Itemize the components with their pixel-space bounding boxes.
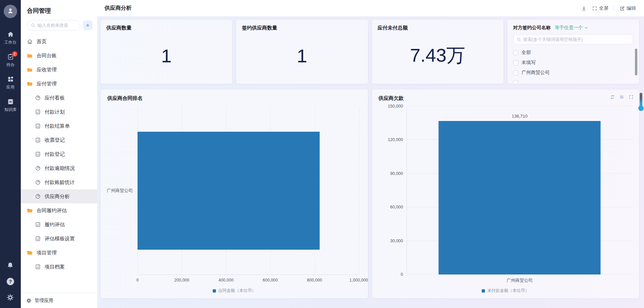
filter-search-box[interactable]	[513, 34, 633, 45]
filter-search-input[interactable]	[523, 37, 630, 42]
sidebar-item-payment-register[interactable]: 付款登记	[21, 147, 97, 161]
contract-ranking-plot: 0200,000400,000600,000800,0001,000,000广州…	[138, 107, 359, 275]
gear-icon[interactable]	[7, 294, 14, 301]
sidebar-item-invoice-receipt[interactable]: 收票登记	[21, 133, 97, 147]
fullscreen-button[interactable]: 全屏	[592, 5, 608, 11]
edit-icon	[620, 6, 625, 11]
checkbox-icon	[513, 80, 518, 84]
x-axis-tick-label: 800,000	[307, 278, 322, 283]
pie-icon	[35, 179, 41, 185]
scrollbar-knob[interactable]	[638, 106, 644, 111]
sidebar-item-performance-eval[interactable]: 履约评估	[21, 218, 97, 232]
y-axis-tick-label: 90,000	[390, 171, 403, 176]
folder-open-icon	[27, 81, 33, 87]
page-scrollbar[interactable]	[639, 93, 643, 112]
rail-item-workbench[interactable]: 工作台	[4, 31, 16, 45]
sidebar-item-label: 合同台账	[37, 53, 57, 59]
refresh-icon[interactable]	[610, 95, 615, 100]
sidebar-item-label: 评估模板设置	[45, 236, 75, 242]
sidebar-item-payable-board[interactable]: 应付看板	[21, 91, 97, 105]
manage-app-button[interactable]: 管理应用	[21, 293, 97, 308]
app-title: 合同管理	[21, 0, 97, 20]
sidebar-item-payment-plan[interactable]: 付款计划	[21, 105, 97, 119]
sidebar-item-contract-ledger[interactable]: 合同台账	[21, 49, 97, 63]
doc-icon	[35, 236, 41, 242]
avatar[interactable]	[4, 5, 17, 18]
sidebar-item-project-mgmt[interactable]: 项目管理	[21, 246, 97, 260]
sidebar-item-payment-settlement[interactable]: 付款结算单	[21, 119, 97, 133]
rail-item-todo[interactable]: 2待办	[6, 53, 14, 68]
bar-contract-amount[interactable]	[138, 132, 320, 249]
filter-option-label: 广州商贸公司	[522, 70, 550, 76]
sidebar-item-payable-mgmt[interactable]: 应付管理	[21, 77, 97, 91]
sidebar-item-label: 合同履约评估	[37, 207, 67, 214]
doc-icon	[35, 222, 41, 228]
x-axis-tick-label: 600,000	[263, 278, 278, 283]
sidebar-search-input[interactable]	[38, 23, 76, 28]
sidebar-item-receivable-mgmt[interactable]: 应收管理	[21, 63, 97, 77]
sidebar-item-contract-performance-eval[interactable]: 合同履约评估	[21, 203, 97, 218]
main-area: 供应商分析 全屏编辑 供应商数量 1 签约供应商数量 1 应付未付总额 7.43…	[97, 0, 644, 308]
bell-icon[interactable]	[7, 262, 14, 269]
legend-label: 未付款金额（本位币）	[487, 288, 529, 294]
dashboard-content: 供应商数量 1 签约供应商数量 1 应付未付总额 7.43万 对方签约公司名称 …	[97, 16, 644, 308]
bar-unpaid-amount[interactable]	[439, 121, 601, 274]
x-axis-tick-label: 200,000	[174, 278, 189, 283]
list-icon[interactable]	[619, 95, 624, 100]
sidebar-item-supplier-analysis[interactable]: 供应商分析	[21, 189, 97, 203]
company-filter-card: 对方签约公司名称 等于任意一个 全部未填写广州商贸公司	[507, 20, 639, 84]
legend-label: 合同金额（本位币）	[218, 288, 256, 294]
chart-title: 供应商合同排名	[107, 95, 143, 102]
category-label: 广州商贸公司	[107, 188, 133, 194]
sidebar-item-project-archive[interactable]: 项目档案	[21, 260, 97, 274]
sidebar-item-label: 收票登记	[45, 137, 65, 143]
filter-option-label: 未填写	[522, 60, 536, 66]
folder-open-icon	[27, 250, 33, 256]
pie-icon	[35, 165, 41, 171]
folder-icon	[27, 67, 33, 73]
chart-legend[interactable]: 合同金额（本位币）	[101, 288, 368, 294]
filter-option-all[interactable]: 全部	[513, 48, 633, 58]
sidebar-item-eval-template-settings[interactable]: 评估模板设置	[21, 232, 97, 246]
topbar-divider	[614, 6, 614, 11]
kpi-row: 供应商数量 1 签约供应商数量 1 应付未付总额 7.43万 对方签约公司名称 …	[101, 20, 639, 84]
fullscreen-label: 全屏	[599, 5, 608, 11]
sidebar-search-box[interactable]	[27, 20, 80, 30]
filter-option-label: 全部	[522, 50, 531, 56]
filter-option-guangzhou-trading[interactable]: 广州商贸公司	[513, 68, 633, 78]
sidebar-item-payment-aging[interactable]: 付款账龄统计	[21, 175, 97, 189]
filter-condition-dropdown[interactable]: 等于任意一个	[555, 25, 589, 31]
sidebar-item-label: 付款结算单	[45, 123, 70, 129]
unpaid-total-card: 应付未付总额 7.43万	[372, 20, 503, 84]
legend-marker	[482, 289, 485, 293]
app-window: 工作台2待办应用AI知识库 ? 合同管理 + 首页合同台账应收管理应付管理应付看…	[0, 0, 644, 308]
sidebar-item-label: 项目档案	[45, 264, 65, 270]
rail-item-apps[interactable]: 应用	[6, 76, 14, 90]
filter-option-partial[interactable]	[507, 78, 639, 84]
x-axis-line	[138, 274, 359, 275]
add-button[interactable]: +	[83, 20, 93, 30]
sidebar-item-payment-overdue[interactable]: 付款逾期情况	[21, 161, 97, 175]
filter-condition-label: 等于任意一个	[555, 25, 583, 31]
sidebar-item-label: 付款计划	[45, 109, 65, 115]
download-button[interactable]	[581, 6, 587, 11]
edit-button[interactable]: 编辑	[620, 5, 636, 11]
sidebar-item-label: 付款逾期情况	[45, 165, 75, 172]
help-icon[interactable]: ?	[7, 278, 14, 285]
rail-item-knowledge[interactable]: AI知识库	[4, 98, 16, 113]
sidebar-item-home[interactable]: 首页	[21, 35, 97, 49]
folder-icon	[27, 53, 33, 59]
kpi-title: 供应商数量	[106, 25, 226, 31]
gridline	[359, 107, 359, 275]
filter-list-scrollbar[interactable]	[635, 49, 637, 75]
doc-icon	[35, 264, 41, 270]
chevron-down-icon	[584, 25, 589, 30]
bar-value-label: 136,710	[512, 114, 528, 119]
sidebar-search-row: +	[21, 20, 97, 33]
chart-legend[interactable]: 未付款金额（本位币）	[372, 288, 639, 294]
filter-option-unfilled[interactable]: 未填写	[513, 58, 633, 68]
y-axis-tick-label: 60,000	[390, 205, 403, 209]
supplier-debt-plot: 030,00060,00090,000120,000150,000136,710…	[407, 106, 633, 274]
gear-icon	[26, 298, 32, 303]
fullscreen-icon[interactable]	[629, 95, 634, 100]
